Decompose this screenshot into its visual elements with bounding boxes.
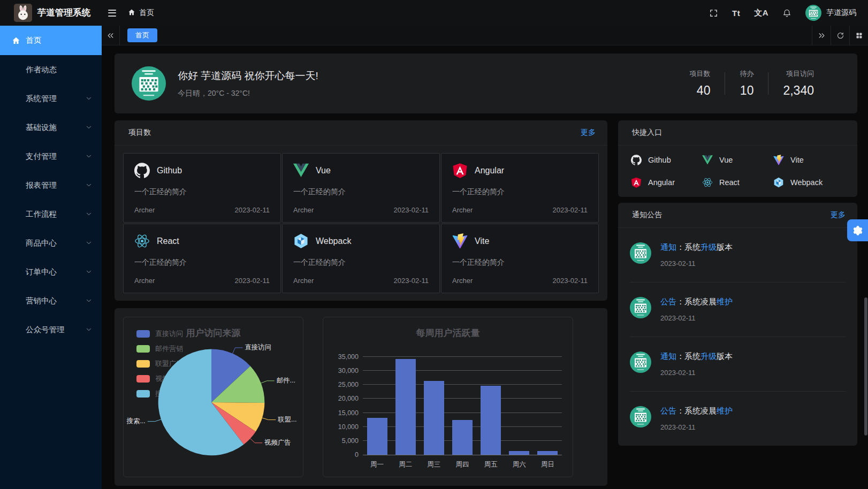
sidebar-item-label: 首页 — [26, 35, 41, 45]
project-card-top: Github — [134, 163, 270, 178]
settings-button[interactable] — [847, 219, 868, 241]
app-logo-area[interactable]: 芋道管理系统 — [0, 4, 102, 22]
notice-avatar — [630, 406, 651, 431]
shortcut-webpack[interactable]: Webpack — [773, 177, 844, 188]
menu-collapse-icon[interactable] — [108, 10, 116, 17]
locale-switch-icon[interactable]: 文A — [754, 8, 768, 18]
bar-周日[interactable] — [537, 451, 558, 455]
greeting-stats: 项目数 40 待办 10 项目访问 2,340 — [675, 69, 828, 98]
notice-title-segment: ：系统 — [676, 352, 701, 361]
user-name: 芋道源码 — [826, 8, 856, 18]
bar-周四[interactable] — [452, 420, 473, 455]
project-card-webpack[interactable]: Webpack 一个正经的简介 Archer 2023-02-11 — [282, 224, 440, 293]
project-card-angular[interactable]: Angular 一个正经的简介 Archer 2023-02-11 — [441, 153, 599, 223]
project-author: Archer — [452, 206, 473, 214]
github-icon — [134, 163, 150, 178]
project-card-vite[interactable]: Vite 一个正经的简介 Archer 2023-02-11 — [441, 224, 599, 293]
sidebar-item-pay[interactable]: 支付管理 — [0, 142, 102, 171]
tab-home[interactable]: 首页 — [127, 28, 157, 42]
tabs-scroll-right-icon[interactable] — [812, 26, 831, 45]
project-card-github[interactable]: Github 一个正经的简介 Archer 2023-02-11 — [123, 153, 281, 223]
notice-title[interactable]: 公告：系统凌晨维护 — [660, 297, 733, 307]
breadcrumb-label: 首页 — [139, 8, 154, 18]
notification-bell-icon[interactable] — [782, 9, 791, 18]
stat-label: 项目访问 — [783, 69, 814, 79]
project-author: Archer — [293, 277, 314, 285]
app-logo-image — [14, 4, 32, 22]
sidebar-item-report[interactable]: 报表管理 — [0, 171, 102, 200]
sidebar-item-system[interactable]: 系统管理 — [0, 84, 102, 113]
project-description: 一个正经的简介 — [134, 258, 270, 268]
notice-title[interactable]: 公告：系统凌晨维护 — [660, 406, 733, 416]
scrollbar-thumb[interactable] — [864, 297, 867, 435]
notice-title[interactable]: 通知：系统升级版本 — [660, 352, 733, 362]
notice-title-segment: 升级 — [701, 352, 717, 361]
bar-周三[interactable] — [424, 381, 444, 455]
project-card-vue[interactable]: Vue 一个正经的简介 Archer 2023-02-11 — [282, 153, 440, 223]
shortcut-github[interactable]: Github — [631, 155, 702, 165]
topbar: 芋道管理系统 首页 Tt 文A 芋道源码 — [0, 0, 868, 26]
pie-label: 直接访问 — [245, 343, 271, 351]
sidebar-item-label: 基础设施 — [26, 123, 57, 133]
project-author: Archer — [452, 277, 473, 285]
pie-label-line — [261, 381, 275, 383]
bar-column — [363, 357, 391, 455]
sidebar-item-marketing[interactable]: 营销中心 — [0, 286, 102, 315]
notice-title[interactable]: 通知：系统升级版本 — [660, 242, 733, 253]
bar-chart-panel: 每周用户活跃量 05,00010,00015,00020,00025,00030… — [323, 317, 573, 477]
notices-more-link[interactable]: 更多 — [831, 210, 846, 220]
sidebar-item-order[interactable]: 订单中心 — [0, 257, 102, 286]
shortcut-vite[interactable]: Vite — [773, 155, 844, 165]
fullscreen-icon[interactable] — [709, 9, 718, 18]
user-menu[interactable]: 芋道源码 — [805, 5, 856, 21]
project-footer: Archer 2023-02-11 — [293, 206, 429, 214]
sidebar-item-author-news[interactable]: 作者动态 — [0, 55, 102, 84]
bar-周五[interactable] — [481, 386, 501, 455]
notice-title-segment: 公告 — [660, 297, 676, 306]
sidebar-item-home[interactable]: 首页 — [0, 26, 102, 55]
font-size-icon[interactable]: Tt — [732, 9, 740, 18]
gear-icon — [852, 225, 863, 236]
sidebar-item-infra[interactable]: 基础设施 — [0, 113, 102, 142]
greeting-text: 你好 芋道源码 祝你开心每一天! 今日晴，20°C - 32°C! — [178, 69, 663, 98]
project-description: 一个正经的简介 — [293, 187, 429, 197]
project-date: 2023-02-11 — [552, 277, 588, 285]
y-axis-tick-label: 15,000 — [326, 409, 359, 417]
x-axis-tick-label: 周日 — [534, 460, 562, 469]
stat-projects: 项目数 40 — [675, 69, 725, 98]
x-axis-tick-label: 周四 — [448, 460, 476, 469]
notice-title-segment: 通知 — [660, 242, 676, 251]
shortcut-vue[interactable]: Vue — [702, 155, 773, 165]
chevron-down-icon — [86, 240, 92, 246]
shortcut-angular[interactable]: Angular — [631, 177, 702, 188]
refresh-icon[interactable] — [831, 26, 849, 45]
react-icon — [702, 177, 713, 188]
project-card-react[interactable]: React 一个正经的简介 Archer 2023-02-11 — [123, 224, 281, 293]
bar-周二[interactable] — [395, 359, 416, 455]
stat-label: 待办 — [740, 69, 753, 79]
chevron-down-icon — [86, 211, 92, 217]
project-author: Archer — [134, 277, 155, 285]
sidebar-item-product[interactable]: 商品中心 — [0, 228, 102, 257]
bar-周六[interactable] — [509, 451, 529, 455]
react-icon — [134, 233, 150, 249]
tabs-scroll-left-icon[interactable] — [102, 26, 120, 45]
chevron-down-icon — [86, 95, 92, 102]
project-card-top: React — [134, 233, 270, 249]
github-icon — [631, 155, 642, 165]
shortcut-label: Vite — [790, 156, 804, 164]
sidebar-item-mp[interactable]: 公众号管理 — [0, 315, 102, 344]
projects-more-link[interactable]: 更多 — [581, 128, 596, 137]
bar-周一[interactable] — [367, 418, 387, 455]
vite-icon — [773, 155, 784, 165]
x-axis-labels: 周一周二周三周四周五周六周日 — [363, 455, 562, 469]
breadcrumb[interactable]: 首页 — [128, 8, 154, 18]
sidebar-item-label: 工作流程 — [26, 209, 57, 219]
y-axis-tick-label: 35,000 — [326, 353, 359, 361]
shortcut-react[interactable]: React — [702, 177, 773, 188]
x-axis-tick-label: 周六 — [505, 460, 534, 469]
y-axis-tick-label: 20,000 — [326, 395, 359, 402]
sidebar-item-workflow[interactable]: 工作流程 — [0, 200, 102, 228]
notices-card-header: 通知公告 更多 — [618, 203, 857, 228]
layout-grid-icon[interactable] — [849, 26, 868, 45]
